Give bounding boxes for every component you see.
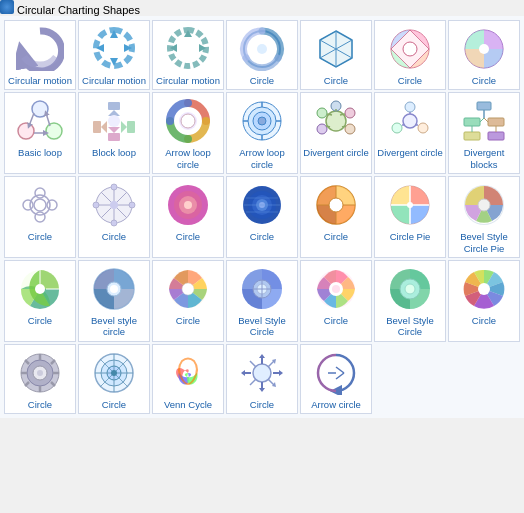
svg-point-48: [345, 108, 355, 118]
svg-marker-28: [101, 121, 107, 133]
shape-label: Divergent blocks: [451, 147, 517, 170]
svg-point-101: [329, 198, 343, 212]
shape-divergent-circle-2[interactable]: Divergent circle: [374, 92, 446, 174]
shape-label: Circle: [176, 231, 200, 242]
svg-point-46: [345, 124, 355, 134]
svg-line-54: [327, 114, 332, 115]
shape-circle-8[interactable]: Circle: [226, 176, 298, 258]
shape-label: Circular motion: [8, 75, 72, 86]
shape-label: Circular motion: [156, 75, 220, 86]
shape-label: Venn Cycle: [164, 399, 212, 410]
shape-label: Circle: [28, 399, 52, 410]
svg-marker-159: [279, 370, 283, 376]
shape-label: Circular motion: [82, 75, 146, 86]
svg-point-73: [34, 199, 46, 211]
svg-point-134: [478, 283, 490, 295]
shape-label: Circle: [250, 399, 274, 410]
shape-circle-7[interactable]: Circle: [152, 176, 224, 258]
shape-divergent-blocks[interactable]: Divergent blocks: [448, 92, 520, 174]
shape-divergent-circle-1[interactable]: Divergent circle: [300, 92, 372, 174]
title-text: Circular Charting Shapes: [17, 4, 140, 16]
shape-arrow-loop-circle-2[interactable]: Arrow loop circle: [226, 92, 298, 174]
svg-point-77: [47, 200, 57, 210]
shape-label: Block loop: [92, 147, 136, 158]
shape-circle-3[interactable]: Circle: [374, 20, 446, 90]
shape-circle-10[interactable]: Circle: [4, 260, 76, 342]
shape-circle-16[interactable]: Circle: [226, 344, 298, 414]
shape-circle-1[interactable]: Circle: [226, 20, 298, 90]
svg-point-91: [184, 201, 192, 209]
shape-basic-loop[interactable]: Basic loop: [4, 92, 76, 174]
shape-label: Circle: [324, 231, 348, 242]
shape-circle-11[interactable]: Circle: [152, 260, 224, 342]
shape-circle-9[interactable]: Circle: [300, 176, 372, 258]
svg-line-172: [336, 373, 344, 379]
shape-circular-motion-3[interactable]: Circular motion: [152, 20, 224, 90]
shape-block-loop[interactable]: Block loop: [78, 92, 150, 174]
shape-circle-5[interactable]: Circle: [4, 176, 76, 258]
shape-label: Basic loop: [18, 147, 62, 158]
shape-venn-cycle[interactable]: Venn Cycle: [152, 344, 224, 414]
svg-point-58: [392, 123, 402, 133]
shape-circle-6[interactable]: Circle: [78, 176, 150, 258]
svg-rect-64: [488, 132, 504, 140]
shape-label: Circle: [324, 315, 348, 326]
shape-circular-motion-2[interactable]: Circular motion: [78, 20, 150, 90]
shape-label: Arrow loop circle: [155, 147, 221, 170]
svg-point-154: [111, 370, 117, 376]
svg-point-84: [111, 184, 117, 190]
shape-label: Bevel style circle: [81, 315, 147, 338]
svg-point-121: [182, 283, 194, 295]
svg-point-85: [111, 220, 117, 226]
svg-point-83: [110, 201, 118, 209]
svg-point-49: [317, 108, 327, 118]
svg-point-21: [479, 44, 489, 54]
shape-circle-2[interactable]: Circle: [300, 20, 372, 90]
shape-bevel-style-circle-2[interactable]: Bevel Style Circle: [226, 260, 298, 342]
shape-label: Circle: [250, 75, 274, 86]
svg-point-8: [257, 44, 267, 54]
svg-line-171: [336, 367, 344, 373]
svg-point-15: [403, 42, 417, 56]
shape-circle-12[interactable]: Circle: [300, 260, 372, 342]
svg-rect-63: [488, 118, 504, 126]
svg-point-33: [108, 115, 120, 127]
shape-circle-13[interactable]: Circle: [448, 260, 520, 342]
svg-line-169: [250, 361, 256, 367]
shape-circle-14[interactable]: Circle: [4, 344, 76, 414]
svg-rect-65: [464, 118, 480, 126]
svg-point-138: [37, 370, 43, 376]
shape-circle-15[interactable]: Circle: [78, 344, 150, 414]
shapes-grid: Circular motion Circular motion Circular…: [0, 16, 524, 418]
shape-circle-pie-1[interactable]: Circle Pie: [374, 176, 446, 258]
svg-line-53: [340, 114, 345, 115]
svg-point-22: [32, 101, 48, 117]
shape-label: Bevel Style Circle: [229, 315, 295, 338]
shape-arrow-loop-circle-1[interactable]: Arrow loop circle: [152, 92, 224, 174]
svg-point-39: [258, 117, 266, 125]
shape-label: Divergent circle: [303, 147, 368, 158]
svg-rect-27: [93, 121, 101, 133]
title-bar: Circular Charting Shapes: [0, 0, 524, 16]
shape-bevel-circle-pie[interactable]: Bevel Style Circle Pie: [448, 176, 520, 258]
svg-marker-32: [108, 127, 120, 133]
svg-line-68: [484, 118, 488, 122]
svg-point-109: [407, 202, 413, 208]
shape-label: Circle: [102, 399, 126, 410]
svg-marker-161: [259, 388, 265, 392]
shape-circular-motion-1[interactable]: Circular motion: [4, 20, 76, 90]
svg-point-35: [181, 114, 195, 128]
app-icon: [0, 0, 14, 14]
svg-rect-62: [477, 102, 491, 110]
svg-line-164: [268, 361, 274, 367]
svg-point-86: [93, 202, 99, 208]
shape-bevel-style-circle-3[interactable]: Bevel Style Circle: [374, 260, 446, 342]
shape-circle-4[interactable]: Circle: [448, 20, 520, 90]
svg-point-114: [35, 284, 45, 294]
shape-arrow-circle[interactable]: Arrow circle: [300, 344, 372, 414]
shape-label: Circle: [250, 231, 274, 242]
shape-bevel-style-circle[interactable]: Bevel style circle: [78, 260, 150, 342]
svg-line-69: [480, 118, 484, 122]
svg-marker-157: [259, 354, 265, 358]
svg-marker-30: [121, 121, 127, 133]
